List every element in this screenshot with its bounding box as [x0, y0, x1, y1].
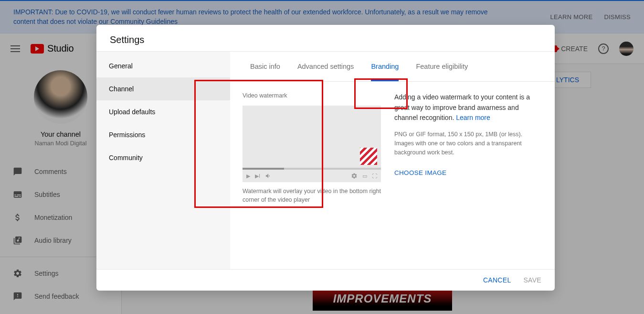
settings-nav-channel[interactable]: Channel — [96, 77, 230, 100]
tab-basic-info[interactable]: Basic info — [242, 52, 289, 81]
learn-more-link[interactable]: Learn more — [456, 114, 490, 121]
video-preview: ▶ ▶I ▭ ⛶ — [243, 106, 381, 182]
tab-feature-eligibility[interactable]: Feature eligibility — [407, 52, 476, 81]
play-icon: ▶ — [246, 173, 250, 179]
settings-icon — [351, 173, 358, 179]
volume-icon — [265, 173, 272, 179]
tab-branding[interactable]: Branding — [362, 52, 407, 81]
save-button[interactable]: SAVE — [523, 276, 541, 284]
choose-image-button[interactable]: CHOOSE IMAGE — [394, 168, 542, 178]
settings-dialog: Settings General Channel Upload defaults… — [96, 25, 555, 291]
settings-nav-permissions[interactable]: Permissions — [96, 123, 230, 146]
settings-nav-community[interactable]: Community — [96, 146, 230, 169]
wide-icon: ▭ — [362, 173, 367, 179]
watermark-preview — [360, 148, 377, 165]
settings-nav: General Channel Upload defaults Permissi… — [96, 52, 230, 269]
fullscreen-icon: ⛶ — [372, 173, 377, 179]
format-hint: PNG or GIF format, 150 x 150 px, 1MB (or… — [394, 130, 542, 157]
tab-advanced-settings[interactable]: Advanced settings — [289, 52, 363, 81]
channel-tabs: Basic info Advanced settings Branding Fe… — [230, 52, 555, 82]
preview-help: Watermark will overlay your video in the… — [243, 187, 381, 204]
cancel-button[interactable]: CANCEL — [483, 276, 511, 284]
settings-nav-upload-defaults[interactable]: Upload defaults — [96, 100, 230, 123]
next-icon: ▶I — [255, 173, 260, 179]
watermark-description: Adding a video watermark to your content… — [394, 92, 542, 123]
dialog-title: Settings — [96, 25, 555, 51]
watermark-label: Video watermark — [243, 92, 381, 99]
settings-nav-general[interactable]: General — [96, 54, 230, 77]
